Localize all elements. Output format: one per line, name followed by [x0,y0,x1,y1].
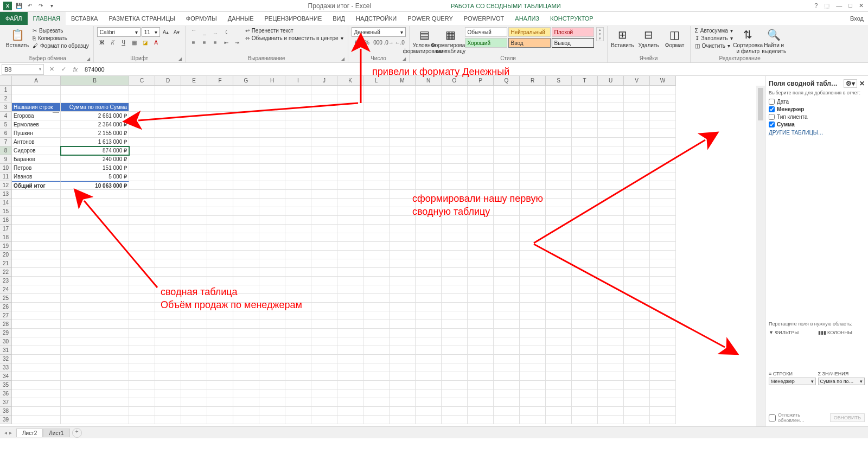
cell-O15[interactable] [442,207,468,216]
cell-T21[interactable] [572,259,598,268]
cell-V22[interactable] [624,268,650,277]
cell-J9[interactable] [311,155,337,164]
cell-W32[interactable] [650,355,676,363]
cell-R18[interactable] [520,233,546,242]
cell-B3[interactable]: Сумма по полю Сумма [61,103,129,112]
align-middle-button[interactable]: ⎯ [200,27,209,37]
cell-O36[interactable] [442,389,468,398]
cell-B36[interactable] [61,389,129,398]
cell-B5[interactable]: 2 364 000 ₽ [61,120,129,129]
cell-D21[interactable] [155,259,181,268]
col-header-M[interactable]: M [390,76,416,86]
cell-U29[interactable] [598,329,624,337]
cell-D37[interactable] [155,398,181,407]
cell-K12[interactable] [337,181,363,190]
cell-P10[interactable] [468,164,494,173]
cell-O11[interactable] [442,173,468,181]
cell-I1[interactable] [285,86,311,94]
pane-settings-icon[interactable]: ⚙▾ [844,79,857,88]
cell-U26[interactable] [598,303,624,311]
row-header-36[interactable]: 36 [0,389,12,398]
cell-A9[interactable]: Баранов [12,155,61,164]
cell-K26[interactable] [337,303,363,311]
cell-U36[interactable] [598,389,624,398]
cell-G13[interactable] [233,190,259,199]
cell-V28[interactable] [624,320,650,329]
cell-U33[interactable] [598,363,624,372]
cell-K1[interactable] [337,86,363,94]
cell-A18[interactable] [12,233,61,242]
align-left-button[interactable]: ≡ [189,37,199,47]
cell-K15[interactable] [337,207,363,216]
cell-I35[interactable] [285,381,311,389]
cell-A22[interactable] [12,268,61,277]
field-checkbox-0[interactable] [769,99,775,105]
cell-M2[interactable] [390,94,416,103]
cell-D22[interactable] [155,268,181,277]
cell-P25[interactable] [468,294,494,303]
cell-P35[interactable] [468,381,494,389]
row-header-6[interactable]: 6 [0,129,12,138]
row-header-5[interactable]: 5 [0,120,12,129]
cell-S38[interactable] [546,407,572,416]
save-icon[interactable]: 💾 [15,2,23,10]
cell-J29[interactable] [311,329,337,337]
cell-G39[interactable] [233,416,259,424]
cell-D25[interactable] [155,294,181,303]
cell-A17[interactable] [12,225,61,233]
tab-data[interactable]: ДАННЫЕ [222,12,259,25]
cell-E2[interactable] [181,94,207,103]
cell-K7[interactable] [337,138,363,146]
cell-B33[interactable] [61,363,129,372]
cell-F24[interactable] [207,285,233,294]
cell-C5[interactable] [129,120,155,129]
cell-J23[interactable] [311,277,337,285]
cell-E24[interactable] [181,285,207,294]
cell-H27[interactable] [259,311,285,320]
delete-cells-button[interactable]: ⊟Удалить [637,27,661,49]
cell-F2[interactable] [207,94,233,103]
cell-O14[interactable] [442,199,468,207]
cell-R3[interactable] [520,103,546,112]
cell-P16[interactable] [468,216,494,225]
cell-I37[interactable] [285,398,311,407]
cell-G14[interactable] [233,199,259,207]
cell-J25[interactable] [311,294,337,303]
cell-D31[interactable] [155,346,181,355]
find-select-button[interactable]: 🔍Найти и выделить [762,27,786,55]
cell-R27[interactable] [520,311,546,320]
row-header-9[interactable]: 9 [0,155,12,164]
cell-A31[interactable] [12,346,61,355]
cell-N36[interactable] [416,389,442,398]
cell-G25[interactable] [233,294,259,303]
cell-H23[interactable] [259,277,285,285]
cell-S14[interactable] [546,199,572,207]
cell-F36[interactable] [207,389,233,398]
cell-C15[interactable] [129,207,155,216]
style-input[interactable]: Ввод [508,38,551,48]
cell-D23[interactable] [155,277,181,285]
cell-N35[interactable] [416,381,442,389]
cell-I29[interactable] [285,329,311,337]
cell-I34[interactable] [285,372,311,381]
cell-R36[interactable] [520,389,546,398]
cell-M39[interactable] [390,416,416,424]
cell-W9[interactable] [650,155,676,164]
cell-G21[interactable] [233,259,259,268]
cell-R33[interactable] [520,363,546,372]
thousands-button[interactable]: 000 [373,37,383,47]
cell-T5[interactable] [572,120,598,129]
cell-A36[interactable] [12,389,61,398]
cell-S22[interactable] [546,268,572,277]
cell-N30[interactable] [416,337,442,346]
cell-Q19[interactable] [494,242,520,251]
cell-C24[interactable] [129,285,155,294]
cell-W38[interactable] [650,407,676,416]
cell-K2[interactable] [337,94,363,103]
cell-Q33[interactable] [494,363,520,372]
cell-F29[interactable] [207,329,233,337]
cell-B10[interactable]: 151 000 ₽ [61,164,129,173]
cell-H9[interactable] [259,155,285,164]
cell-F11[interactable] [207,173,233,181]
cell-D32[interactable] [155,355,181,363]
